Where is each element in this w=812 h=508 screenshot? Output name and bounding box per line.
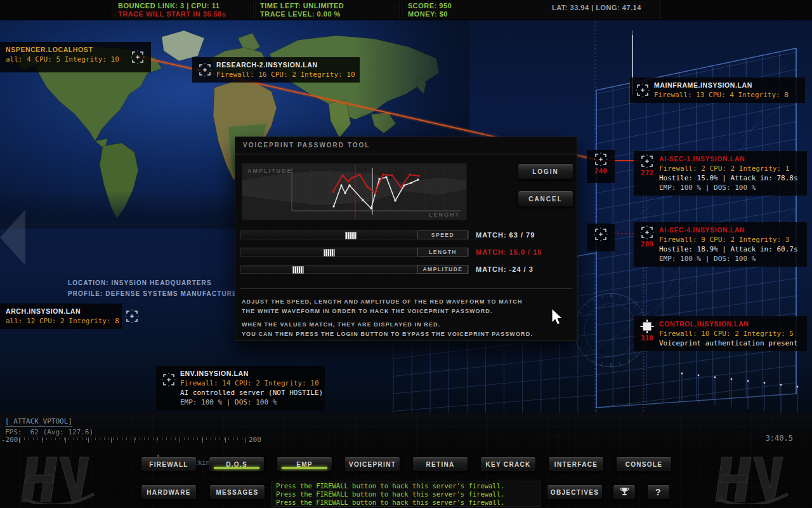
speed-slider[interactable]: SPEED xyxy=(240,231,469,239)
server-name: CONTROL.INSYSION.LAN xyxy=(659,319,798,329)
hud-footer: [_ATTACK_VPTOOL] FPS: 62 (Avg: 127.6) -2… xyxy=(0,413,812,508)
coordinates: LAT: 33.94 | LONG: 47.14 xyxy=(552,4,641,12)
mission-timer: 3:40.5 xyxy=(766,434,793,443)
match-value: MATCH: -24 / 3 xyxy=(476,265,534,273)
pan-left-arrow-icon[interactable] xyxy=(0,210,25,265)
console-button[interactable]: CONSOLE xyxy=(616,457,672,472)
server-stats: all: 12 CPU: 2 Integrity: 8 xyxy=(6,316,116,326)
server-info: AI controlled server (NOT HOSTILE) xyxy=(180,388,323,398)
hardware-button[interactable]: HARDWARE xyxy=(141,485,197,500)
ruler-max-label: 200 xyxy=(249,436,261,444)
server-name: AI-SEC-4.INSYSION.LAN xyxy=(659,225,798,235)
help-button[interactable]: ? xyxy=(647,485,670,500)
selected-target-icon[interactable] xyxy=(640,319,654,333)
trace-level-value: TRACE LEVEL: 0.00 % xyxy=(260,10,344,18)
log-line: Press the FIREWALL button to hack this s… xyxy=(276,482,536,490)
dos-button[interactable]: D.O.S xyxy=(209,457,265,472)
crosshair-icon[interactable] xyxy=(594,152,608,166)
firewall-button[interactable]: FIREWALL xyxy=(141,457,197,472)
crosshair-icon[interactable] xyxy=(125,309,139,323)
crosshair-icon[interactable] xyxy=(640,154,654,168)
target-node-240[interactable]: 240 xyxy=(587,150,615,183)
server-node-aisec1[interactable]: 272 AI-SEC-1.INSYSION.LAN Firewall: 2 CP… xyxy=(634,151,807,196)
interface-button[interactable]: INTERFACE xyxy=(548,457,604,472)
hacker-evolution-logo xyxy=(19,455,99,504)
crosshair-icon[interactable] xyxy=(636,83,650,97)
dialog-divider xyxy=(240,288,572,289)
server-node-aisec4[interactable]: 289 AI-SEC-4.INSYSION.LAN Firewall: 9 CP… xyxy=(634,222,807,267)
objectives-button[interactable]: OBJECTIVES xyxy=(547,485,603,500)
server-stats: Firewall: 14 CPU: 2 Integrity: 10 xyxy=(180,378,323,388)
server-stats: Firewall: 13 CPU: 4 Integrity: 8 xyxy=(654,90,789,100)
bounced-link-value: BOUNCED LINK: 3 | CPU: 11 xyxy=(118,2,226,10)
slider-label: LENGTH xyxy=(417,248,468,257)
log-line: Press the FIREWALL button to hack this s… xyxy=(276,490,536,498)
server-hostile: Hostile: 18.9% | Attack in: 60.7s xyxy=(659,244,798,254)
crosshair-icon[interactable] xyxy=(594,227,608,241)
server-name: ARCH.INSYSION.LAN xyxy=(6,307,116,316)
server-node-spencer[interactable]: NSPENCER.LOCALHOST all: 4 CPU: 5 Integri… xyxy=(0,42,151,72)
server-hostile: Hostile: 15.0% | Attack in: 78.8s xyxy=(659,173,798,183)
instruction-line: THE WHITE WAVEFORM IN ORDER TO HACK THE … xyxy=(242,307,533,316)
target-node[interactable] xyxy=(587,224,615,251)
achievements-button[interactable] xyxy=(613,485,636,500)
server-stats: Firewall: 16 CPU: 2 Integrity: 10 xyxy=(216,70,355,79)
slider-handle[interactable] xyxy=(324,249,335,257)
time-trace-stats: TIME LEFT: UNLIMITED TRACE LEVEL: 0.00 % xyxy=(260,2,344,18)
length-slider[interactable]: LENGTH xyxy=(240,248,469,257)
server-stats: Firewall: 2 CPU: 2 Integrity: 1 xyxy=(659,164,798,173)
slider-rows: SPEED MATCH: 63 / 79 LENGTH MATCH: 15.0 … xyxy=(240,231,542,282)
game-screen: LOCATION: INSYSION HEADQUARTERS PROFILE:… xyxy=(0,0,812,508)
score-money-stats: SCORE: 950 MONEY: $0 xyxy=(408,2,452,18)
server-name: ENV.INSYSION.LAN xyxy=(180,369,323,378)
match-value: MATCH: 63 / 79 xyxy=(476,231,535,239)
message-log: Press the FIREWALL button to hack this s… xyxy=(272,481,540,507)
amplitude-slider[interactable]: AMPLITUDE xyxy=(240,265,469,274)
voiceprint-button[interactable]: VOICEPRINT xyxy=(344,457,400,472)
retina-button[interactable]: RETINA xyxy=(412,457,468,472)
instruction-line: ADJUST THE SPEED, LENGTH AND AMPLITUDE O… xyxy=(242,297,533,307)
server-name: NSPENCER.LOCALHOST xyxy=(6,45,145,55)
toolbar-row-1: FIREWALL D.O.S EMP VOICEPRINT RETINA KEY… xyxy=(141,457,672,472)
ruler-min-label: -200 xyxy=(1,436,18,444)
target-profile: PROFILE: DEFENSE SYSTEMS MANUFACTURER xyxy=(68,288,242,299)
server-node-mainframe[interactable]: MAINFRAME.INSYSION.LAN Firewall: 13 CPU:… xyxy=(630,77,805,103)
server-emp-dos: EMP: 100 % | DOS: 100 % xyxy=(659,254,798,264)
crosshair-icon[interactable] xyxy=(198,63,212,77)
messages-button[interactable]: MESSAGES xyxy=(209,485,265,500)
server-stats: all: 4 CPU: 5 Integrity: 10 xyxy=(6,55,145,64)
crosshair-icon[interactable] xyxy=(131,50,145,64)
server-node-control[interactable]: 310 CONTROL.INSYSION.LAN Firewall: 10 CP… xyxy=(634,316,807,351)
dialog-divider xyxy=(235,154,577,155)
target-location: LOCATION: INSYSION HEADQUARTERS xyxy=(68,277,242,288)
length-axis-label: LENGHT xyxy=(429,211,460,218)
amplitude-slider-row: AMPLITUDE MATCH: -24 / 3 xyxy=(240,265,542,274)
dialog-instructions: ADJUST THE SPEED, LENGTH AND AMPLITUDE O… xyxy=(242,297,533,339)
slider-handle[interactable] xyxy=(292,266,304,274)
instruction-line: YOU CAN THEN PRESS THE LOGIN BUTTON TO B… xyxy=(242,330,533,339)
range-ruler xyxy=(19,438,246,443)
score-value: SCORE: 950 xyxy=(408,2,452,10)
server-name: AI-SEC-1.INSYSION.LAN xyxy=(659,154,798,164)
login-button[interactable]: LOGIN xyxy=(518,163,573,180)
time-left-value: TIME LEFT: UNLIMITED xyxy=(260,2,344,10)
emp-button[interactable]: EMP xyxy=(277,457,332,472)
server-node-env[interactable]: ENV.INSYSION.LAN Firewall: 14 CPU: 2 Int… xyxy=(156,366,325,410)
server-node-arch[interactable]: ARCH.INSYSION.LAN all: 12 CPU: 2 Integri… xyxy=(0,304,122,329)
server-name: RESEARCH-2.INSYSION.LAN xyxy=(216,60,355,70)
slider-handle[interactable] xyxy=(345,232,357,239)
match-value: MATCH: 15.0 / 15 xyxy=(476,248,542,256)
cancel-button[interactable]: CANCEL xyxy=(518,190,573,207)
crosshair-icon[interactable] xyxy=(640,225,654,239)
crosshair-icon[interactable] xyxy=(162,373,176,387)
trace-warning: TRACE WILL START IN 35.58s xyxy=(118,10,226,18)
amplitude-axis-label: AMPLITUDE xyxy=(247,168,292,174)
server-stats: Firewall: 10 CPU: 2 Integrity: 5 xyxy=(659,329,798,338)
hud-top-bar: BOUNCED LINK: 3 | CPU: 11 TRACE WILL STA… xyxy=(0,0,812,20)
key-crack-button[interactable]: KEY CRACK xyxy=(480,457,536,472)
fps-counter: FPS: 62 (Avg: 127.6) xyxy=(5,428,93,436)
server-info: Voiceprint authentication present xyxy=(659,338,798,348)
node-distance: 289 xyxy=(641,239,653,249)
server-node-research2[interactable]: RESEARCH-2.INSYSION.LAN Firewall: 16 CPU… xyxy=(192,57,360,83)
slider-label: SPEED xyxy=(417,231,468,239)
